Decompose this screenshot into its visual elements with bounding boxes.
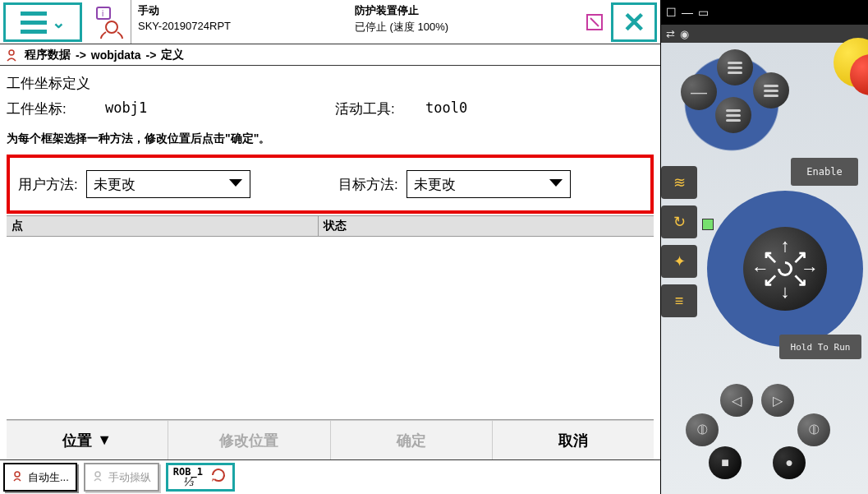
joystick-ring: ↑ ↓ → ← ↗ ↖ ↘ ↙ bbox=[707, 191, 863, 347]
task-icon bbox=[92, 470, 103, 484]
joystick[interactable]: ↑ ↓ → ← ↗ ↖ ↘ ↙ bbox=[743, 227, 827, 311]
svg-point-5 bbox=[15, 472, 20, 477]
status-bar: 自动生... 手动操纵 ROB_1 ⅓ bbox=[0, 459, 660, 494]
instruction-hint: 为每个框架选择一种方法，修改位置后点击"确定"。 bbox=[7, 132, 654, 146]
prog-button-c[interactable] bbox=[715, 97, 751, 133]
breadcrumb: 程序数据 -> wobjdata -> 定义 bbox=[0, 44, 660, 66]
chip-label: 手动操纵 bbox=[108, 470, 151, 485]
mode-axis-icon[interactable]: ✦ bbox=[661, 245, 697, 278]
system-id: SKY-20190724RPT bbox=[138, 20, 355, 32]
task-chip-manual[interactable]: 手动操纵 bbox=[84, 463, 159, 492]
chevron-down-icon: ▼ bbox=[97, 432, 112, 449]
mode-label: 手动 bbox=[138, 3, 355, 18]
mode-increment-icon[interactable]: ≡ bbox=[661, 284, 697, 317]
chevron-down-icon bbox=[549, 176, 563, 192]
tool-value: tool0 bbox=[425, 99, 467, 118]
pendant-toolbar: ⇄ ◉ bbox=[661, 25, 868, 43]
task-chip-auto[interactable]: 自动生... bbox=[3, 463, 77, 492]
mode-linear-icon[interactable]: ≋ bbox=[661, 166, 697, 199]
svg-point-0 bbox=[106, 21, 117, 33]
arrow-ne-icon: ↗ bbox=[792, 247, 807, 268]
playback-cluster: ⦷ ◁ ▷ ⦷ ■ ● bbox=[668, 367, 843, 491]
prog-button-a[interactable] bbox=[717, 49, 753, 85]
maximize-icon[interactable]: ▭ bbox=[698, 6, 709, 19]
pendant-titlebar: ☐ — ▭ bbox=[661, 0, 868, 25]
prog-button-d[interactable]: — bbox=[681, 74, 717, 110]
step-back-button[interactable]: ⦷ bbox=[686, 413, 719, 446]
target-method-value: 未更改 bbox=[414, 175, 456, 194]
top-bar: ⌄ i 手动 SKY-20190724RPT 防护装置停止 已停止 bbox=[0, 0, 660, 44]
stop-button[interactable]: ■ bbox=[709, 446, 742, 479]
step-fraction: ⅓ bbox=[182, 477, 194, 488]
back-icon[interactable]: ⇄ bbox=[666, 28, 675, 40]
hold-to-run-button[interactable]: Hold To Run bbox=[779, 335, 861, 359]
rotation-icon bbox=[209, 466, 227, 488]
svg-text:i: i bbox=[102, 9, 103, 18]
status-line: 已停止 (速度 100%) bbox=[355, 20, 572, 35]
page-title: 工件坐标定义 bbox=[7, 74, 654, 93]
modify-position-button[interactable]: 修改位置 bbox=[168, 421, 330, 459]
table-header: 点 状态 bbox=[7, 215, 654, 237]
chevron-down-icon: ⌄ bbox=[52, 12, 66, 32]
robot-status[interactable]: ROB_1 ⅓ bbox=[166, 463, 235, 492]
window-icon[interactable]: ☐ bbox=[666, 6, 677, 19]
program-button-cluster: — bbox=[677, 49, 786, 158]
operator-help-icon: i bbox=[92, 6, 125, 39]
position-button[interactable]: 位置▼ bbox=[7, 421, 168, 459]
user-method-value: 未更改 bbox=[94, 175, 135, 194]
user-method-select[interactable]: 未更改 bbox=[86, 170, 250, 198]
minimize-icon[interactable]: — bbox=[682, 6, 693, 19]
play-forward-button[interactable]: ▷ bbox=[761, 384, 794, 417]
robot-name: ROB_1 bbox=[173, 467, 203, 477]
status-led bbox=[702, 219, 714, 230]
close-icon: ✕ bbox=[622, 6, 645, 39]
menu-button[interactable]: ⌄ bbox=[3, 2, 82, 42]
close-button[interactable]: ✕ bbox=[611, 2, 657, 42]
method-frame: 用户方法: 未更改 目标方法: 未更改 bbox=[7, 155, 654, 214]
teach-pendant-panel: ☐ — ▭ ⇄ ◉ — ≋ ↻ ✦ ≡ Enable bbox=[661, 0, 868, 494]
crumb-arrow-1: -> bbox=[76, 48, 86, 62]
arrow-up-icon: ↑ bbox=[781, 235, 790, 256]
svg-point-6 bbox=[95, 472, 100, 477]
arrow-sw-icon: ↙ bbox=[763, 270, 778, 291]
arrow-down-icon: ↓ bbox=[781, 281, 790, 302]
ok-button[interactable]: 确定 bbox=[331, 421, 493, 459]
cancel-button[interactable]: 取消 bbox=[493, 421, 654, 459]
chip-label: 自动生... bbox=[28, 470, 69, 485]
side-mode-strip: ≋ ↻ ✦ ≡ bbox=[661, 166, 699, 317]
arrow-se-icon: ↘ bbox=[792, 270, 807, 291]
col-point: 点 bbox=[7, 216, 319, 236]
crumb-2[interactable]: wobjdata bbox=[91, 48, 141, 62]
play-back-button[interactable]: ◁ bbox=[720, 384, 753, 417]
enable-button[interactable]: Enable bbox=[791, 158, 858, 186]
help-button[interactable]: i bbox=[85, 0, 131, 44]
workobject-value: wobj1 bbox=[105, 99, 335, 118]
crumb-arrow-2: -> bbox=[146, 48, 157, 62]
tool-label: 活动工具: bbox=[335, 99, 425, 118]
task-icon bbox=[11, 470, 23, 484]
crumb-1[interactable]: 程序数据 bbox=[25, 48, 71, 62]
target-method-select[interactable]: 未更改 bbox=[406, 170, 571, 198]
main-panel: ⌄ i 手动 SKY-20190724RPT 防护装置停止 已停止 bbox=[0, 0, 661, 494]
step-forward-button[interactable]: ⦷ bbox=[797, 413, 830, 446]
user-method-label: 用户方法: bbox=[18, 175, 78, 194]
system-info: 手动 SKY-20190724RPT 防护装置停止 已停止 (速度 100%) bbox=[131, 0, 578, 44]
hamburger-icon bbox=[21, 12, 47, 34]
program-icon bbox=[3, 47, 20, 63]
mode-reorient-icon[interactable]: ↻ bbox=[661, 205, 697, 238]
button-row: 位置▼ 修改位置 确定 取消 bbox=[7, 420, 654, 459]
table-body bbox=[7, 237, 654, 420]
window-flag[interactable] bbox=[578, 0, 611, 44]
record-button[interactable]: ● bbox=[773, 446, 806, 479]
target-method-label: 目标方法: bbox=[338, 175, 398, 194]
chevron-down-icon bbox=[228, 176, 243, 192]
workobject-label: 工件坐标: bbox=[7, 99, 105, 118]
arrow-nw-icon: ↖ bbox=[763, 247, 778, 268]
pendant-body: — ≋ ↻ ✦ ≡ Enable ↑ ↓ → ← ↗ ↖ bbox=[661, 43, 868, 494]
window-toggle-icon bbox=[586, 13, 604, 31]
crumb-3: 定义 bbox=[161, 48, 184, 62]
content-area: 工件坐标定义 工件坐标: wobj1 活动工具: tool0 为每个框架选择一种… bbox=[0, 66, 660, 459]
col-state: 状态 bbox=[319, 216, 654, 236]
camera-icon[interactable]: ◉ bbox=[680, 28, 689, 40]
prog-button-b[interactable] bbox=[753, 72, 789, 108]
